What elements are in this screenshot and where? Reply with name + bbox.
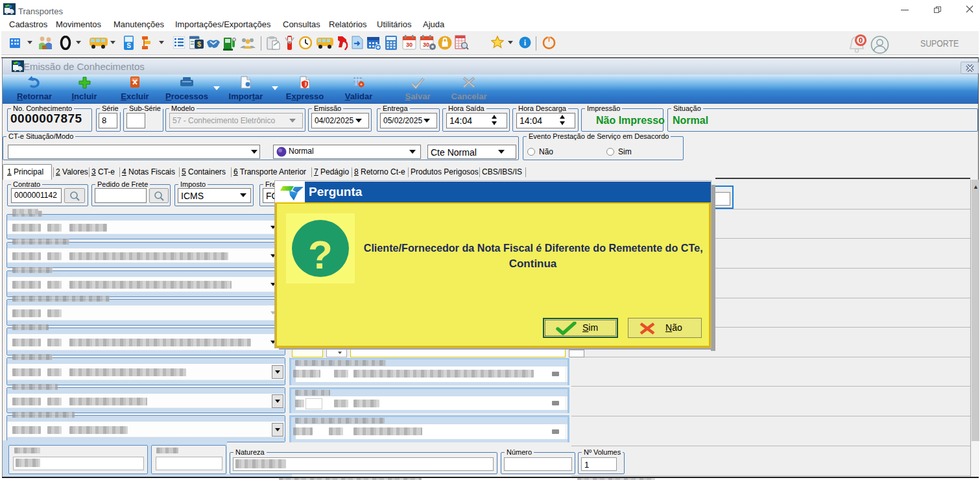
svg-text:?: ?: [308, 232, 333, 277]
svg-text:30: 30: [406, 42, 412, 48]
svg-text:S: S: [126, 42, 131, 49]
svg-text:0: 0: [859, 36, 863, 44]
svg-text:30: 30: [423, 42, 429, 48]
svg-text:$: $: [197, 40, 201, 48]
